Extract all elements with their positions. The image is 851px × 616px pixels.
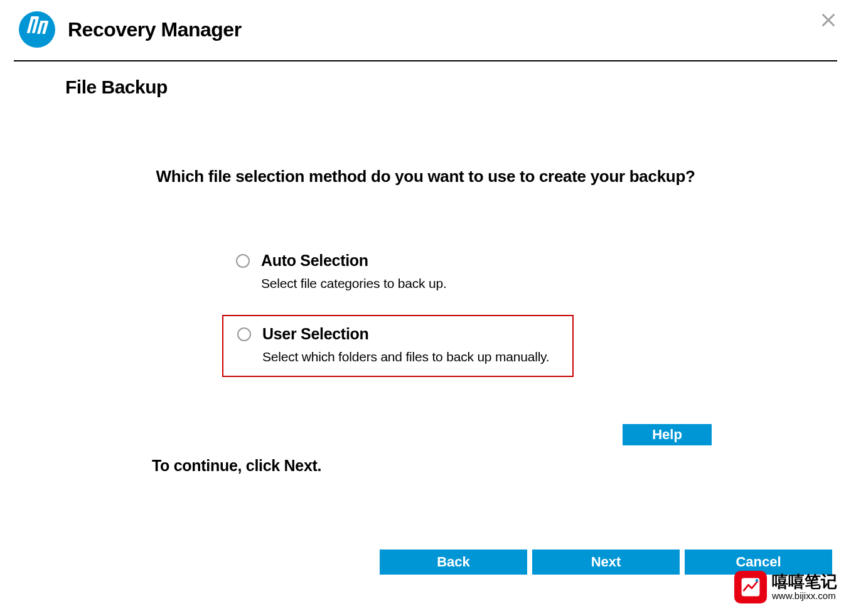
option-auto-selection[interactable]: Auto Selection Select file categories to… (222, 243, 574, 302)
option-user-selection[interactable]: User Selection Select which folders and … (222, 315, 574, 377)
options-container: Auto Selection Select file categories to… (222, 243, 786, 377)
content-area: Which file selection method do you want … (0, 167, 851, 377)
page-title: File Backup (65, 77, 851, 98)
help-button[interactable]: Help (623, 424, 712, 445)
option-auto-text: Auto Selection Select file categories to… (261, 252, 560, 291)
close-icon[interactable] (820, 11, 837, 29)
watermark: 嘻嘻笔记 www.bijixx.com (734, 571, 837, 603)
watermark-logo-icon (734, 571, 767, 603)
hp-logo-icon (19, 11, 55, 48)
watermark-url: www.bijixx.com (772, 591, 837, 602)
app-title: Recovery Manager (68, 18, 242, 41)
back-button[interactable]: Back (380, 550, 527, 575)
watermark-text-block: 嘻嘻笔记 www.bijixx.com (772, 573, 837, 601)
option-user-label: User Selection (262, 325, 559, 343)
radio-user-icon[interactable] (237, 327, 251, 341)
header-bar: Recovery Manager (0, 0, 851, 60)
option-user-desc: Select which folders and files to back u… (262, 349, 559, 364)
question-text: Which file selection method do you want … (65, 167, 786, 186)
continue-instruction: To continue, click Next. (152, 457, 321, 475)
option-user-text: User Selection Select which folders and … (262, 325, 559, 364)
header-divider (14, 60, 837, 61)
next-button[interactable]: Next (532, 550, 680, 575)
option-auto-desc: Select file categories to back up. (261, 276, 560, 291)
radio-auto-icon[interactable] (236, 254, 250, 268)
option-auto-label: Auto Selection (261, 252, 560, 270)
watermark-name: 嘻嘻笔记 (772, 573, 837, 591)
svg-point-4 (756, 579, 759, 582)
